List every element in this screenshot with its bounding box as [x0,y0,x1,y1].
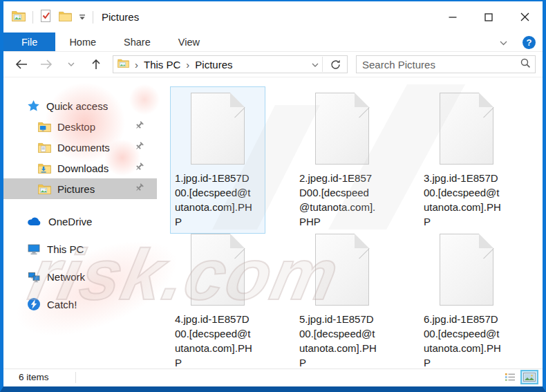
file-icon [440,234,493,306]
sidebar-item-label: Quick access [46,100,108,112]
tab-view[interactable]: View [164,32,214,51]
folder-downloads-icon [38,162,51,174]
qat-dropdown-icon[interactable] [79,11,86,24]
sidebar-item-this-pc[interactable]: This PC [3,235,157,263]
minimize-ribbon-chevron-icon[interactable] [500,36,507,48]
file-item-5[interactable]: 5.jpg.id-1E857D00.[decspeed@tutanota.com… [294,227,390,375]
file-item-6[interactable]: 6.jpg.id-1E857D00.[decspeed@tutanota.com… [419,227,514,375]
file-item-4[interactable]: 4.jpg.id-1E857D00.[decspeed@tutanota.com… [170,227,265,375]
folder-desktop-icon [38,121,51,132]
tab-share[interactable]: Share [110,32,164,51]
file-item-3[interactable]: 3.jpg.id-1E857D00.[decspeed@tutanota.com… [419,86,514,234]
file-item-1[interactable]: 1.jpg.id-1E857D00.[decspeed@tutanota.com… [170,86,265,234]
network-icon [27,271,41,283]
pin-icon [134,183,144,195]
address-divider [322,57,323,72]
window-title: Pictures [102,11,139,23]
onedrive-cloud-icon [27,216,42,226]
search-box [356,55,536,73]
navigation-pane: Quick access Desktop Documents Downloads [3,77,157,368]
sidebar-item-label: Pictures [57,183,95,195]
explorer-window: Pictures File Home Share View ? [0,0,546,392]
breadcrumb-separator: › [133,59,140,71]
help-button[interactable]: ? [523,36,536,49]
sidebar-item-onedrive[interactable]: OneDrive [3,207,157,235]
address-bar: › This PC › Pictures [3,52,543,77]
file-name: 2.jpeg.id-1E857D00.[decspeed@tutanota.co… [299,171,377,229]
sidebar-item-downloads[interactable]: Downloads [3,158,157,178]
sidebar-item-desktop[interactable]: Desktop [3,116,157,137]
back-arrow-icon[interactable] [13,56,30,73]
file-icon [191,234,245,306]
sidebar-item-label: OneDrive [48,216,92,227]
recent-locations-chevron-icon[interactable] [63,56,79,73]
sidebar-item-label: Network [47,271,85,283]
sidebar-item-catch[interactable]: Catch! [3,290,157,318]
sidebar-item-label: Catch! [47,299,77,310]
new-folder-icon[interactable] [59,10,72,24]
sidebar-item-label: This PC [47,243,84,255]
sidebar-item-label: Desktop [57,121,95,133]
file-icon [191,93,245,165]
forward-arrow-icon[interactable] [38,56,55,73]
details-view-icon[interactable] [501,370,519,384]
toolbar-divider [93,11,93,24]
star-icon [27,100,40,113]
file-item-2[interactable]: 2.jpeg.id-1E857D00.[decspeed@tutanota.co… [294,86,390,234]
catch-app-icon [27,297,41,311]
file-name: 6.jpg.id-1E857D00.[decspeed@tutanota.com… [424,312,501,370]
file-icon [315,93,369,165]
breadcrumb-this-pc[interactable]: This PC [144,59,180,71]
large-thumbnails-view-icon[interactable] [520,370,538,384]
toolbar-divider [32,11,33,24]
quick-access-toolbar [3,9,93,26]
file-name: 4.jpg.id-1E857D00.[decspeed@tutanota.com… [175,312,252,370]
status-divider [75,372,76,383]
close-button[interactable] [507,1,543,32]
search-input[interactable] [362,59,520,71]
magnifier-icon[interactable] [520,58,531,71]
file-icon [315,234,369,306]
sidebar-item-label: Downloads [57,162,109,174]
ribbon-tab-bar: File Home Share View ? [3,32,543,52]
pin-icon [134,120,144,133]
minimize-button[interactable] [435,1,471,32]
maximize-button[interactable] [471,1,507,32]
file-name: 5.jpg.id-1E857D00.[decspeed@tutanota.com… [299,312,377,370]
caption-buttons [435,1,543,32]
up-arrow-icon[interactable] [88,56,104,73]
folder-pictures-icon [38,183,51,194]
breadcrumb-separator: › [184,59,191,71]
tab-home[interactable]: Home [55,32,110,51]
items-count: 6 items [19,372,49,382]
this-pc-icon [27,243,41,255]
file-icon [440,93,493,165]
status-bar: 6 items [3,368,543,385]
titlebar: Pictures [3,1,543,32]
address-dropdown-chevron-icon[interactable] [312,58,319,71]
file-name: 3.jpg.id-1E857D00.[decspeed@tutanota.com… [424,171,501,229]
pin-icon [134,141,144,153]
address-box[interactable]: › This PC › Pictures [113,55,348,73]
sidebar-item-quick-access[interactable]: Quick access [3,95,157,116]
sidebar-item-documents[interactable]: Documents [3,137,157,158]
file-list: 1.jpg.id-1E857D00.[decspeed@tutanota.com… [157,77,543,368]
tab-file[interactable]: File [3,32,55,51]
pin-icon [134,162,144,174]
sidebar-item-label: Documents [57,142,110,153]
pictures-folder-icon [12,10,26,24]
sidebar-item-pictures[interactable]: Pictures [3,178,157,199]
sidebar-item-network[interactable]: Network [3,263,157,290]
pictures-folder-icon [117,58,129,71]
properties-check-icon[interactable] [40,9,52,26]
main-content: Quick access Desktop Documents Downloads [3,77,543,368]
folder-documents-icon [38,142,51,153]
file-name: 1.jpg.id-1E857D00.[decspeed@tutanota.com… [175,171,252,229]
refresh-icon[interactable] [326,55,344,73]
breadcrumb-pictures[interactable]: Pictures [195,59,232,71]
